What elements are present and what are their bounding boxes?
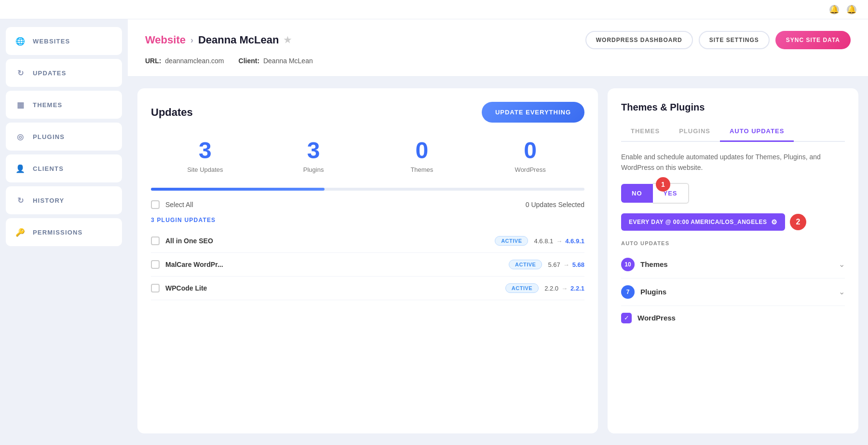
sidebar-item-history[interactable]: ↻ HISTORY: [6, 186, 122, 214]
updates-header: Updates UPDATE EVERYTHING: [151, 102, 584, 123]
notification-icon[interactable]: 🔔: [847, 5, 856, 14]
plugin-checkbox-3[interactable]: [151, 284, 160, 292]
gear-icon[interactable]: ⚙: [771, 218, 778, 226]
plugin-name-1: All in One SEO: [165, 237, 489, 245]
main-content: Website › Deanna McLean ★ WORDPRESS DASH…: [128, 19, 868, 445]
breadcrumb-link[interactable]: Website: [145, 34, 186, 46]
version-to-1: 4.6.9.1: [565, 237, 584, 245]
plugin-name-3: WPCode Lite: [165, 284, 500, 292]
wordpress-dashboard-button[interactable]: WORDPRESS DASHBOARD: [585, 31, 693, 49]
clients-icon: 👤: [15, 163, 26, 174]
sidebar-label-websites: WEBSITES: [33, 38, 70, 45]
auto-update-themes-name: Themes: [640, 260, 668, 268]
header-actions: WORDPRESS DASHBOARD SITE SETTINGS SYNC S…: [585, 31, 851, 49]
sidebar-label-themes: THEMES: [33, 101, 62, 109]
updates-icon: ↻: [15, 68, 26, 78]
schedule-row: EVERY DAY @ 00:00 AMERICA/LOS_ANGELES ⚙ …: [621, 213, 845, 231]
stat-plugins: 3 Plugins: [259, 134, 368, 178]
favorite-star-icon[interactable]: ★: [284, 35, 291, 45]
sidebar-item-websites[interactable]: 🌐 WEBSITES: [6, 27, 122, 55]
site-settings-button[interactable]: SITE SETTINGS: [699, 31, 770, 49]
top-bar: 🔔 🔔: [0, 0, 868, 19]
stat-number-plugins: 3: [259, 139, 368, 162]
table-row: WPCode Lite ACTIVE 2.2.0 → 2.2.1: [151, 277, 584, 300]
tab-auto-updates[interactable]: AUTO UPDATES: [720, 123, 794, 142]
plugin-status-badge-3: ACTIVE: [505, 283, 539, 293]
stat-number-themes: 0: [368, 139, 476, 162]
tab-themes[interactable]: THEMES: [621, 123, 669, 142]
plugins-count-badge: 7: [621, 285, 635, 299]
breadcrumb: Website › Deanna McLean ★: [145, 34, 291, 46]
version-to-2: 5.68: [572, 261, 584, 268]
stat-number-site-updates: 3: [151, 139, 259, 162]
tab-plugins[interactable]: PLUGINS: [669, 123, 720, 142]
sidebar-item-plugins[interactable]: ◎ PLUGINS: [6, 123, 122, 151]
stat-label-site-updates: Site Updates: [151, 166, 259, 173]
chevron-down-icon-2[interactable]: ⌄: [839, 287, 845, 296]
schedule-badge[interactable]: EVERY DAY @ 00:00 AMERICA/LOS_ANGELES ⚙: [621, 213, 785, 231]
right-panel: Themes & Plugins THEMES PLUGINS AUTO UPD…: [608, 88, 858, 433]
breadcrumb-separator: ›: [190, 35, 193, 45]
version-from-3: 2.2.0: [544, 285, 558, 292]
select-all-left: Select All: [151, 200, 193, 209]
version-arrow-1: →: [556, 237, 562, 245]
select-all-label[interactable]: Select All: [165, 201, 193, 209]
client-value: Deanna McLean: [263, 57, 313, 65]
select-all-checkbox[interactable]: [151, 200, 160, 209]
update-everything-button[interactable]: UPDATE EVERYTHING: [482, 102, 584, 123]
version-from-1: 4.6.8.1: [534, 237, 553, 245]
version-arrow-2: →: [563, 261, 570, 268]
stat-wordpress: 0 WordPress: [476, 134, 584, 178]
version-info-1: 4.6.8.1 → 4.6.9.1: [534, 237, 584, 245]
url-meta: URL: deannamclean.com: [145, 57, 224, 65]
step-badge-2: 2: [790, 214, 806, 230]
plugins-icon: ◎: [15, 131, 26, 142]
themes-icon: ▦: [15, 99, 26, 110]
app-layout: 🌐 WEBSITES ↻ UPDATES ▦ THEMES ◎ PLUGINS …: [0, 19, 868, 445]
plugin-checkbox-1[interactable]: [151, 236, 160, 245]
sidebar-label-clients: CLIENTS: [33, 165, 64, 172]
plugin-status-badge-1: ACTIVE: [495, 236, 528, 246]
chevron-down-icon[interactable]: ⌄: [839, 260, 845, 269]
plugin-checkbox-2[interactable]: [151, 260, 160, 269]
stat-themes: 0 Themes: [368, 134, 476, 178]
plugin-updates-section-label: 3 PLUGIN UPDATES: [151, 217, 584, 223]
select-all-row: Select All 0 Updates Selected: [151, 200, 584, 209]
sidebar: 🌐 WEBSITES ↻ UPDATES ▦ THEMES ◎ PLUGINS …: [0, 19, 128, 445]
auto-update-plugins-left: 7 Plugins: [621, 285, 666, 299]
version-to-3: 2.2.1: [570, 285, 584, 292]
header-top: Website › Deanna McLean ★ WORDPRESS DASH…: [145, 31, 851, 49]
tabs-row: THEMES PLUGINS AUTO UPDATES: [621, 123, 845, 142]
table-row: MalCare WordPr... ACTIVE 5.67 → 5.68: [151, 253, 584, 277]
sync-site-data-button[interactable]: SYNC SITE DATA: [775, 31, 851, 49]
auto-update-plugins-name: Plugins: [640, 288, 666, 296]
panel-title: Themes & Plugins: [621, 102, 845, 113]
toggle-no-button[interactable]: NO: [621, 184, 653, 203]
version-arrow-3: →: [561, 285, 568, 292]
client-label: Client:: [239, 57, 260, 65]
list-item: 10 Themes ⌄: [621, 251, 845, 278]
progress-bar-fill: [151, 188, 325, 191]
permissions-icon: 🔑: [15, 227, 26, 237]
history-icon: ↻: [15, 195, 26, 206]
sidebar-label-updates: UPDATES: [33, 70, 67, 77]
sidebar-item-clients[interactable]: 👤 CLIENTS: [6, 154, 122, 182]
plugin-status-badge-2: ACTIVE: [509, 260, 542, 269]
stat-number-wordpress: 0: [476, 139, 584, 162]
wordpress-checkbox[interactable]: ✓: [621, 313, 632, 323]
page-title: Deanna McLean: [198, 34, 279, 46]
wordpress-label: WordPress: [637, 314, 676, 322]
version-from-2: 5.67: [548, 261, 560, 268]
stat-site-updates: 3 Site Updates: [151, 134, 259, 178]
stats-row: 3 Site Updates 3 Plugins 0 Themes 0 Word…: [151, 134, 584, 178]
sidebar-item-permissions[interactable]: 🔑 PERMISSIONS: [6, 218, 122, 246]
stat-label-themes: Themes: [368, 166, 476, 173]
list-item: 7 Plugins ⌄: [621, 278, 845, 306]
progress-bar: [151, 188, 584, 191]
panels-row: Updates UPDATE EVERYTHING 3 Site Updates…: [128, 77, 868, 445]
sidebar-item-updates[interactable]: ↻ UPDATES: [6, 59, 122, 87]
url-value: deannamclean.com: [165, 57, 224, 65]
bell-icon[interactable]: 🔔: [829, 5, 839, 14]
sidebar-item-themes[interactable]: ▦ THEMES: [6, 91, 122, 119]
auto-update-themes-left: 10 Themes: [621, 258, 668, 271]
